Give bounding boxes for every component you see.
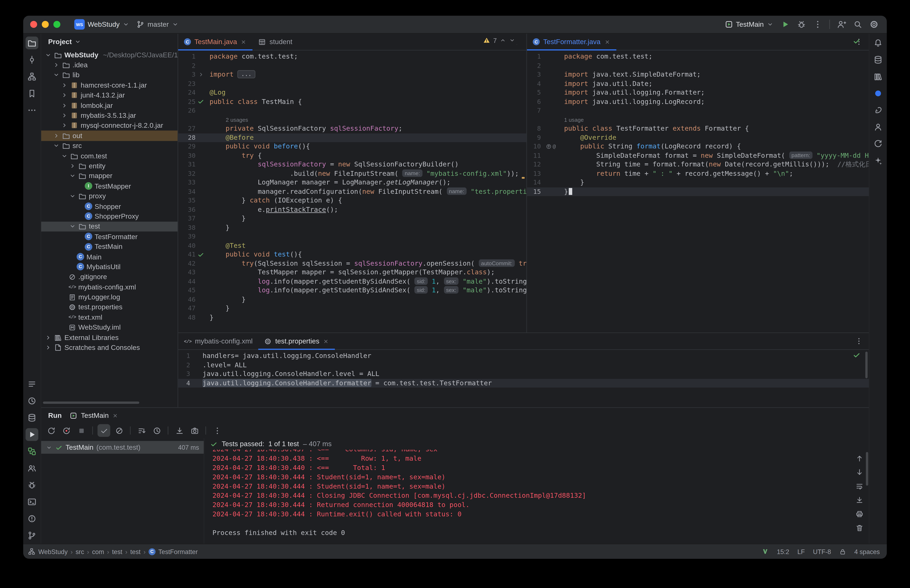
chevron-down-icon[interactable]	[45, 52, 52, 58]
code-with-me-button[interactable]	[837, 20, 846, 29]
test-result-row[interactable]: TestMain (com.test.test) 407 ms	[41, 441, 204, 454]
code-line-39[interactable]: 39	[178, 232, 526, 241]
code-line-4[interactable]: 4java.util.logging.ConsoleHandler.format…	[178, 378, 869, 388]
lock-icon[interactable]	[839, 548, 846, 555]
code-line-47[interactable]: 47 }	[178, 304, 526, 313]
horizontal-scrollbar[interactable]	[43, 401, 139, 404]
chevron-right-icon[interactable]	[61, 92, 68, 99]
tool-stripe-profiler-icon[interactable]	[26, 395, 38, 407]
code-line-14[interactable]: 14 }	[527, 178, 869, 187]
code-line-34[interactable]: 34 manager.readConfiguration(new FileInp…	[178, 187, 526, 196]
code-line-30[interactable]: 30 try {	[178, 151, 526, 160]
chevron-right-icon[interactable]	[53, 61, 60, 68]
debug-button[interactable]	[797, 20, 806, 29]
code-line-2[interactable]: 2	[178, 61, 526, 70]
tool-stripe-history-icon[interactable]	[872, 137, 884, 150]
tree-item-testmain[interactable]: CTestMain	[41, 242, 178, 252]
tree-item-shopper[interactable]: CShopper	[41, 201, 178, 212]
code-line-32[interactable]: 32 .build(new FileInputStream( name: "my…	[178, 169, 526, 178]
tab-student[interactable]: student	[253, 34, 298, 50]
tree-item-text-xml[interactable]: </>text.xml	[41, 312, 178, 322]
sort-by-duration-button[interactable]	[150, 424, 163, 437]
tool-stripe-run-icon[interactable]	[26, 428, 38, 441]
tree-item-idea[interactable]: .idea	[41, 60, 178, 70]
vcs-branch-widget[interactable]: master	[136, 20, 179, 28]
code-line-43[interactable]: 43 TestMapper mapper = sqlSession.getMap…	[178, 268, 526, 277]
scroll-up-icon[interactable]	[855, 454, 864, 462]
tab-testmain-java[interactable]: CTestMain.java	[178, 34, 253, 50]
test-history-button[interactable]	[188, 424, 201, 437]
tool-stripe-project-icon[interactable]	[26, 37, 38, 50]
close-tab-icon[interactable]	[604, 39, 610, 45]
chevron-right-icon[interactable]	[61, 102, 68, 109]
tree-item-scratches-and-consoles[interactable]: Scratches and Consoles	[41, 342, 178, 352]
code-line-46[interactable]: 46 }	[178, 295, 526, 304]
code-line-33[interactable]: 33 LogManager manager = LogManager.getLo…	[178, 178, 526, 187]
tab-testformatter-java[interactable]: CTestFormatter.java	[527, 34, 616, 50]
chevron-down-icon[interactable]	[53, 72, 60, 79]
indent-setting[interactable]: 4 spaces	[854, 548, 880, 555]
tool-stripe-debug-icon[interactable]	[26, 479, 38, 491]
code-line-1[interactable]: 1package com.test.test;	[178, 52, 526, 61]
code-line-31[interactable]: 31 sqlSessionFactory = new SqlSessionFac…	[178, 160, 526, 169]
rerun-button[interactable]	[45, 424, 58, 437]
rerun-failed-tests-button[interactable]	[60, 424, 73, 437]
tree-item-mylogger-log[interactable]: myLogger.log	[41, 292, 178, 302]
soft-wrap-icon[interactable]	[855, 482, 864, 490]
chevron-down-icon[interactable]	[69, 223, 76, 230]
tree-item-webstudy[interactable]: WebStudy~/Desktop/CS/JavaEE/1 JavaWeb	[41, 50, 178, 60]
code-editor-testmain[interactable]: 1package com.test.test;23import ...2324@…	[178, 50, 526, 333]
status-widget-icon[interactable]	[761, 548, 769, 555]
tree-item-test[interactable]: test	[41, 221, 178, 231]
breadcrumb-item[interactable]: com	[92, 548, 104, 555]
tool-stripe-terminal-icon[interactable]	[26, 496, 38, 508]
tree-item-mybatisutil[interactable]: CMybatisUtil	[41, 262, 178, 272]
code-line-12[interactable]: 12 String time = format.format(new Date(…	[527, 160, 869, 169]
tree-item-test-properties[interactable]: test.properties	[41, 302, 178, 312]
code-editor-properties[interactable]: 1handlers= java.util.logging.ConsoleHand…	[178, 350, 869, 407]
code-line-42[interactable]: 42 try(SqlSession sqlSession = sqlSessio…	[178, 259, 526, 268]
tree-item-hamcrest-core-1-1-jar[interactable]: hamcrest-core-1.1.jar	[41, 80, 178, 90]
sort-alphabetically-button[interactable]	[135, 424, 148, 437]
tree-item-mybatis-config-xml[interactable]: </>mybatis-config.xml	[41, 282, 178, 292]
code-line-8[interactable]: 8public class TestFormatter extends Form…	[527, 124, 869, 133]
tool-stripe-database-icon[interactable]	[872, 53, 884, 66]
usages-inlay[interactable]: 1 usage	[564, 116, 584, 123]
tool-stripe-bookmarks-icon[interactable]	[26, 87, 38, 100]
tool-stripe-notifications-icon[interactable]	[872, 37, 884, 50]
usages-inlay[interactable]: 2 usages	[210, 116, 248, 123]
breadcrumb-item[interactable]: WebStudy	[38, 548, 68, 555]
settings-button[interactable]	[870, 20, 879, 29]
tree-item-lombok-jar[interactable]: lombok.jar	[41, 100, 178, 111]
next-problem-icon[interactable]	[509, 37, 516, 44]
tree-item-proxy[interactable]: proxy	[41, 191, 178, 201]
breadcrumb-item[interactable]: TestFormatter	[158, 548, 198, 555]
code-line-48[interactable]: 48}	[178, 313, 526, 322]
tab-mybatis-config-xml[interactable]: </>mybatis-config.xml	[178, 333, 258, 349]
tree-item-out[interactable]: out	[41, 131, 178, 141]
chevron-right-icon[interactable]	[53, 132, 60, 139]
close-window-button[interactable]	[30, 21, 37, 28]
chevron-down-icon[interactable]	[53, 142, 60, 149]
code-line-26[interactable]: 26	[178, 106, 526, 115]
console-output[interactable]: 2024-04-27 18:40:30.437 : <== Columns: s…	[212, 450, 843, 543]
code-line-3[interactable]: 3import ...	[178, 70, 526, 79]
tree-item-external-libraries[interactable]: External Libraries	[41, 333, 178, 342]
chevron-right-icon[interactable]	[69, 163, 76, 170]
tree-item-lib[interactable]: lib	[41, 70, 178, 80]
tree-item-testformatter[interactable]: CTestFormatter	[41, 231, 178, 242]
print-icon[interactable]	[855, 510, 864, 518]
code-line-38[interactable]: 38 }	[178, 223, 526, 232]
tree-item-entity[interactable]: entity	[41, 161, 178, 171]
run-test-gutter-icon[interactable]	[196, 98, 206, 105]
code-line-10[interactable]: 10@ public String format(LogRecord recor…	[527, 142, 869, 151]
project-panel-header[interactable]: Project	[41, 34, 178, 50]
scroll-to-end-icon[interactable]	[855, 496, 864, 504]
tool-stripe-code-with-me-icon[interactable]	[872, 121, 884, 134]
code-line-24[interactable]: 24@Log	[178, 88, 526, 97]
chevron-right-icon[interactable]	[45, 334, 52, 341]
code-line-6[interactable]: 6import java.util.logging.LogRecord;	[527, 97, 869, 106]
search-everywhere-button[interactable]	[853, 20, 862, 29]
code-line-37[interactable]: 37 }	[178, 214, 526, 223]
tool-stripe-ai-actions-icon[interactable]	[872, 154, 884, 167]
